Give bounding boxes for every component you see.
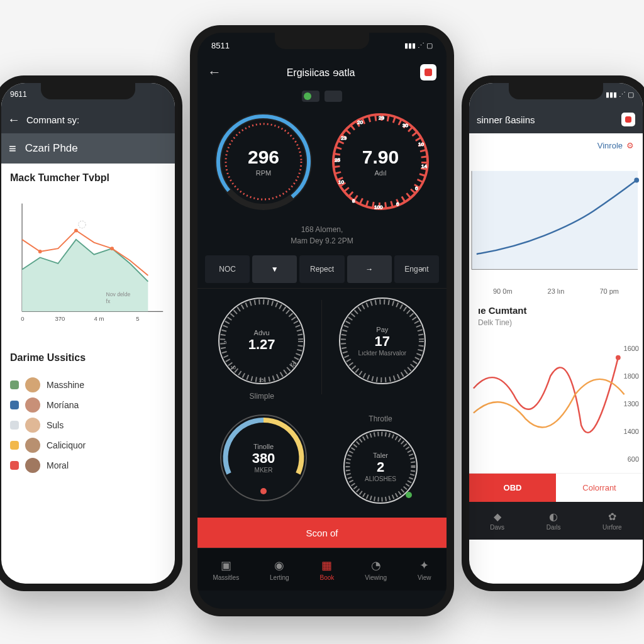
- nav-massitles[interactable]: ▣Massitles: [213, 558, 239, 581]
- svg-text:0: 0: [21, 315, 24, 322]
- status-time: 8511: [211, 41, 230, 50]
- svg-text:30: 30: [402, 123, 408, 128]
- gear-icon: ✿: [608, 511, 616, 523]
- record-icon[interactable]: [621, 113, 635, 126]
- svg-text:23: 23: [341, 135, 347, 141]
- calendar-icon: ▦: [321, 558, 332, 572]
- tab-repect[interactable]: Repect: [299, 255, 344, 283]
- tab-dropdown[interactable]: ▼: [252, 255, 297, 283]
- tab-engent[interactable]: Engənt: [394, 255, 439, 283]
- record-icon[interactable]: [420, 64, 436, 80]
- toggle-on[interactable]: [302, 91, 319, 102]
- nav-view[interactable]: ✦View: [418, 558, 431, 581]
- phone-left: 9611 ← Comnant sy: ≡ Czari Phde Mack Tum…: [0, 75, 182, 591]
- bottom-tabs: OBD Colorrant: [469, 473, 643, 502]
- gauge-taler[interactable]: Throtle Taler 2 ALIOSHES: [327, 411, 434, 508]
- swatch-icon: [10, 441, 19, 450]
- subheader-title: Czari Phde: [25, 142, 78, 155]
- svg-point-2: [38, 250, 42, 253]
- legend-label: Moríana: [47, 400, 79, 410]
- center-header: ← Ergisiicas ɘatla: [197, 58, 447, 87]
- legend-item[interactable]: Suls: [10, 418, 166, 433]
- tab-noc[interactable]: NOC: [205, 255, 250, 283]
- legend-item[interactable]: Masshine: [10, 377, 166, 392]
- throtle-label: Throtle: [327, 414, 434, 423]
- signal-icon: ▮▮▮ ⋰ ▢: [606, 91, 634, 99]
- chart-legend: Vinrole ⚙: [469, 133, 643, 158]
- avatar: [25, 458, 40, 473]
- grid-icon: ◆: [494, 511, 501, 523]
- svg-point-13: [634, 178, 639, 183]
- nav-davs[interactable]: ◆Davs: [490, 511, 504, 531]
- chart-y-labels: 1600 1800 1300 1400 600: [624, 335, 639, 473]
- scan-button[interactable]: Scon of: [197, 518, 447, 548]
- gauge-center: Tinolle 380 MKER: [216, 411, 311, 505]
- swatch-icon: [10, 461, 19, 470]
- meta-text: 168 Alomen, Mam Dey 9.2 2PM: [197, 224, 447, 247]
- legend-item[interactable]: Caliciquor: [10, 438, 166, 453]
- nav-book[interactable]: ▦Book: [320, 558, 335, 581]
- divider: [321, 300, 322, 394]
- svg-text:100: 100: [374, 204, 383, 210]
- status-icons: ▮▮▮ ⋰ ▢: [404, 42, 433, 50]
- svg-text:10: 10: [418, 142, 424, 147]
- nav-dails[interactable]: ◐Daıls: [547, 511, 561, 531]
- legend-label: Suls: [47, 420, 64, 430]
- clock-icon: ◐: [549, 511, 558, 523]
- gauge-tinolle[interactable]: Tinolle 380 MKER: [210, 411, 317, 508]
- legend-label: Vinrole: [597, 141, 623, 150]
- svg-point-4: [110, 247, 114, 250]
- chevron-down-icon: ▼: [271, 265, 279, 274]
- gauge-add[interactable]: 293010 1466 100810 252320 7.90 Adıl: [327, 108, 434, 215]
- tab-obd[interactable]: OBD: [469, 474, 556, 502]
- left-area-chart: Nov delde fx 0 370 4 m 5: [10, 191, 166, 336]
- center-tabs: NOC ▼ Repect → Engənt: [205, 255, 439, 283]
- hamburger-icon[interactable]: ≡: [9, 142, 16, 156]
- gauge-center: Pay 17 Lıckter Masrvalor: [335, 294, 430, 388]
- back-icon[interactable]: ←: [208, 64, 221, 80]
- avatar: [25, 397, 40, 413]
- svg-rect-12: [472, 171, 638, 270]
- gauge-rpm[interactable]: 296 RPM: [210, 108, 317, 215]
- legend-item[interactable]: Moríana: [10, 397, 166, 413]
- swatch-icon: [10, 380, 19, 389]
- toggle-off[interactable]: [325, 91, 342, 102]
- back-icon[interactable]: ←: [8, 113, 20, 127]
- right-curve-chart: 1600 1800 1300 1400 600: [470, 335, 643, 473]
- chart-x-labels: 90 0m 23 lın 70 pm: [469, 286, 643, 296]
- header-title: Ergisiicas ɘatla: [287, 67, 355, 79]
- gear-icon[interactable]: ⚙: [626, 141, 634, 150]
- chart-title: Mack Tumcher Tvbpl: [1, 164, 175, 189]
- top-gauges: 296 RPM 293010 1466 100810 252320 7.90: [197, 108, 447, 215]
- svg-text:4 m: 4 m: [94, 315, 104, 322]
- svg-text:6: 6: [415, 186, 418, 191]
- swatch-icon: [10, 401, 19, 409]
- svg-text:8: 8: [352, 198, 355, 204]
- avatar: [25, 418, 40, 433]
- section-subtitle: Delk Tine): [469, 318, 643, 332]
- nav-viewing[interactable]: ◔Viewing: [365, 558, 387, 581]
- tab-colorrant[interactable]: Colorrant: [556, 474, 643, 502]
- legend-item[interactable]: Moral: [10, 458, 166, 473]
- svg-point-14: [616, 355, 621, 360]
- swatch-icon: [10, 421, 19, 430]
- gauge-advu[interactable]: 1051510 Advu 1.27 Slimple: [208, 294, 315, 401]
- arrow-right-icon: →: [365, 265, 373, 274]
- nav-lerting[interactable]: ◉Lerting: [270, 558, 289, 581]
- gauge-value: 296 RPM: [248, 147, 279, 177]
- svg-point-3: [74, 229, 78, 233]
- right-line-chart: [470, 160, 643, 286]
- header-title: Comnant sy:: [26, 114, 79, 125]
- tab-arrow[interactable]: →: [347, 255, 392, 283]
- notch: [509, 83, 603, 99]
- svg-text:20: 20: [357, 119, 363, 125]
- clock-icon: ◔: [371, 558, 381, 572]
- svg-text:10: 10: [338, 179, 344, 185]
- gauge-pay[interactable]: Pay 17 Lıckter Masrvalor: [329, 294, 436, 401]
- status-time: 9611: [10, 90, 27, 99]
- nav-uirfore[interactable]: ✿Uırfore: [602, 511, 622, 531]
- gauge-label: Slimple: [208, 392, 315, 401]
- phone-right: ▮▮▮ ⋰ ▢ sinner ßasiins Vinrole ⚙ 90 0m 2…: [462, 75, 644, 591]
- svg-text:5: 5: [136, 315, 139, 322]
- legend-title: Darime Ussitics: [1, 343, 175, 369]
